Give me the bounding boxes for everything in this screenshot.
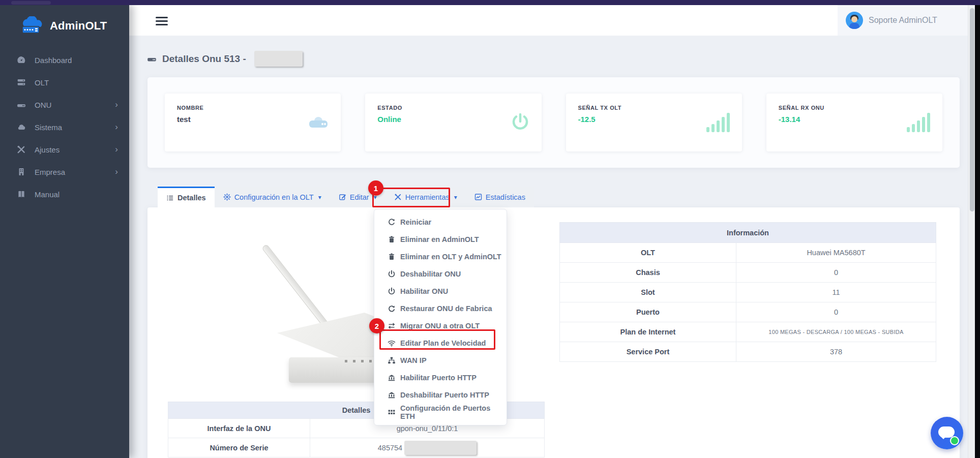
table-row: Número de Serie 485754 bbox=[168, 438, 545, 457]
row-label: Slot bbox=[560, 283, 736, 302]
book-icon bbox=[16, 190, 26, 199]
row-label: Puerto bbox=[560, 302, 736, 322]
sidebar-item-empresa[interactable]: Empresa › bbox=[0, 161, 129, 183]
redacted-onu-name bbox=[254, 51, 303, 67]
row-label: Service Port bbox=[560, 342, 736, 362]
chevron-right-icon: › bbox=[115, 144, 118, 155]
menu-item-restaurar-fabrica[interactable]: Restaurar ONU de Fabrica bbox=[374, 300, 507, 317]
detail-tabs: Detalles Configuración en la OLT ▾ Edita… bbox=[158, 187, 534, 207]
stat-value: Online bbox=[377, 115, 529, 124]
menu-item-config-puertos-eth[interactable]: Configuración de Puertos ETH bbox=[374, 404, 507, 421]
top-strip-highlight bbox=[11, 1, 51, 5]
menu-item-migrar-onu[interactable]: Migrar ONU a otra OLT bbox=[374, 317, 507, 334]
menu-item-label: WAN IP bbox=[400, 356, 427, 364]
building-icon bbox=[16, 167, 26, 176]
sidebar-item-dashboard[interactable]: Dashboard bbox=[0, 49, 129, 71]
caret-down-icon: ▾ bbox=[318, 194, 321, 201]
menu-item-label: Reiniciar bbox=[400, 218, 431, 226]
sidebar-item-olt[interactable]: OLT bbox=[0, 71, 129, 94]
sidebar-item-sistema[interactable]: Sistema › bbox=[0, 116, 129, 138]
menu-item-wan-ip[interactable]: WAN IP bbox=[374, 352, 507, 369]
trash-icon bbox=[388, 235, 396, 243]
power-icon bbox=[510, 112, 530, 133]
gear-icon bbox=[223, 193, 231, 201]
onu-icon bbox=[307, 115, 330, 130]
tools-icon bbox=[394, 193, 402, 201]
onu-icon bbox=[146, 54, 157, 64]
sidebar-item-label: OLT bbox=[35, 78, 49, 87]
sidebar-item-manual[interactable]: Manual bbox=[0, 183, 129, 205]
table-row: Service Port378 bbox=[560, 342, 936, 362]
tab-label: Herramientas bbox=[405, 193, 450, 201]
onu-icon bbox=[16, 100, 26, 109]
sidebar-item-label: Empresa bbox=[35, 168, 65, 176]
menu-item-reiniciar[interactable]: Reiniciar bbox=[374, 213, 507, 231]
menu-item-label: Habilitar ONU bbox=[400, 287, 448, 295]
redo-icon bbox=[388, 304, 396, 313]
tab-detalles[interactable]: Detalles bbox=[158, 187, 215, 207]
menu-item-label: Configuración de Puertos ETH bbox=[400, 404, 507, 420]
edit-icon bbox=[339, 193, 346, 201]
table-row: Chasis0 bbox=[560, 263, 936, 283]
tab-label: Configuración en la OLT bbox=[234, 193, 314, 201]
serial-number-partial: 485754 bbox=[378, 444, 402, 452]
scrollbar-track[interactable] bbox=[968, 5, 975, 458]
table-row: OLTHuawei MA5680T bbox=[560, 243, 936, 263]
table-title: Información bbox=[560, 223, 936, 243]
sidebar-item-ajustes[interactable]: Ajustes › bbox=[0, 138, 129, 161]
top-strip bbox=[0, 0, 980, 5]
menu-item-label: Habilitar Puerto HTTP bbox=[400, 374, 477, 382]
sidebar-item-label: Dashboard bbox=[35, 56, 72, 65]
sidebar-item-label: Manual bbox=[35, 190, 60, 199]
signal-bars-icon bbox=[706, 113, 731, 132]
caret-down-icon: ▾ bbox=[454, 194, 457, 201]
tab-label: Detalles bbox=[177, 194, 206, 202]
menu-item-eliminar-adminolt[interactable]: Eliminar en AdminOLT bbox=[374, 231, 507, 248]
trash-icon bbox=[388, 253, 396, 261]
gauge-icon bbox=[16, 55, 26, 65]
row-value: 378 bbox=[736, 342, 936, 362]
chart-icon bbox=[474, 193, 482, 201]
chevron-right-icon: › bbox=[115, 167, 118, 177]
brand[interactable]: AdminOLT bbox=[0, 5, 129, 36]
menu-item-deshabilitar-onu[interactable]: Deshabilitar ONU bbox=[374, 265, 507, 283]
annotation-badge-1: 1 bbox=[368, 180, 383, 196]
hamburger-menu-icon[interactable] bbox=[156, 17, 168, 25]
user-menu[interactable]: Soporte AdminOLT bbox=[838, 5, 968, 36]
menu-item-habilitar-onu[interactable]: Habilitar ONU bbox=[374, 283, 507, 300]
tab-herramientas[interactable]: Herramientas ▾ bbox=[385, 187, 466, 207]
grid-icon bbox=[388, 408, 396, 416]
table-row: Slot11 bbox=[560, 283, 936, 302]
sidebar-item-label: ONU bbox=[35, 101, 51, 109]
tab-estadisticas[interactable]: Estadísticas bbox=[466, 187, 534, 207]
chevron-right-icon: › bbox=[115, 100, 118, 110]
menu-item-label: Deshabilitar ONU bbox=[400, 270, 461, 278]
stat-label: SEÑAL RX ONU bbox=[779, 105, 930, 111]
stat-card-estado: ESTADO Online bbox=[365, 94, 541, 151]
table-row: Puerto0 bbox=[560, 302, 936, 322]
menu-item-deshabilitar-puerto-http[interactable]: Deshabilitar Puerto HTTP bbox=[374, 386, 507, 404]
row-label: Número de Serie bbox=[168, 438, 310, 457]
menu-item-label: Eliminar en OLT y AdminOLT bbox=[400, 253, 501, 261]
row-value: Huawei MA5680T bbox=[736, 243, 936, 263]
sidebar-item-label: Ajustes bbox=[35, 145, 60, 154]
stat-card-nombre: NOMBRE test bbox=[165, 94, 341, 151]
menu-item-label: Restaurar ONU de Fabrica bbox=[400, 304, 492, 313]
menu-item-editar-plan-velocidad[interactable]: Editar Plan de Velocidad bbox=[374, 334, 507, 352]
row-value: 0 bbox=[736, 302, 936, 322]
scrollbar-thumb[interactable] bbox=[970, 8, 974, 211]
chat-widget-button[interactable] bbox=[931, 417, 963, 449]
informacion-table: Información OLTHuawei MA5680T Chasis0 Sl… bbox=[559, 222, 936, 362]
tab-configuracion-olt[interactable]: Configuración en la OLT ▾ bbox=[215, 187, 330, 207]
menu-item-habilitar-puerto-http[interactable]: Habilitar Puerto HTTP bbox=[374, 369, 507, 386]
bank-icon bbox=[388, 374, 396, 382]
stat-label: NOMBRE bbox=[177, 105, 329, 111]
sidebar-item-onu[interactable]: ONU › bbox=[0, 94, 129, 116]
menu-item-eliminar-olt-adminolt[interactable]: Eliminar en OLT y AdminOLT bbox=[374, 248, 507, 265]
sitemap-icon bbox=[388, 356, 396, 364]
page-title: Detalles Onu 513 - bbox=[146, 51, 303, 67]
tab-label: Estadísticas bbox=[486, 193, 525, 201]
chevron-right-icon: › bbox=[115, 122, 118, 132]
menu-item-label: Editar Plan de Velocidad bbox=[400, 339, 486, 347]
redacted-serial bbox=[404, 441, 477, 455]
